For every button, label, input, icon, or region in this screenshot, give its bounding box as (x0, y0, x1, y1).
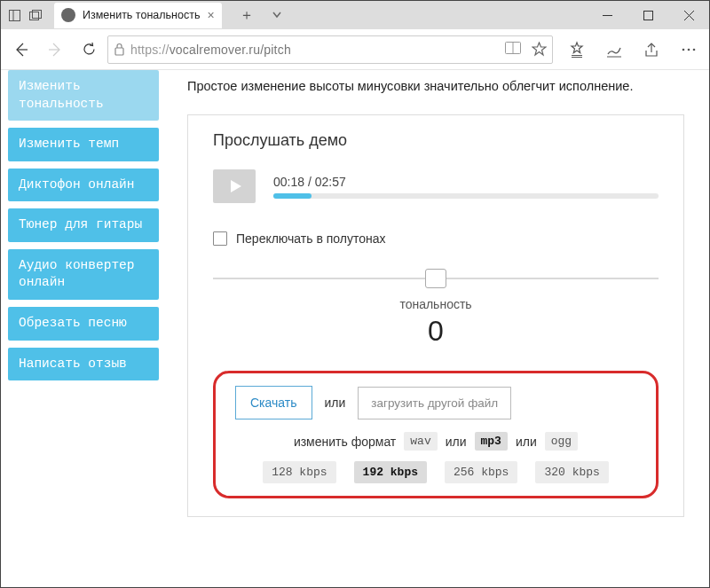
play-icon (231, 180, 241, 192)
svg-point-19 (682, 48, 685, 51)
format-mp3[interactable]: mp3 (475, 432, 508, 451)
format-prefix: изменить формат (294, 435, 396, 449)
sidebar-item-pitch[interactable]: Изменить тональность (8, 70, 159, 121)
sidebar-item-recorder[interactable]: Диктофон онлайн (8, 169, 159, 202)
format-ogg[interactable]: ogg (545, 432, 578, 451)
tabs-preview-icon[interactable] (29, 9, 42, 21)
sidebar-item-tempo[interactable]: Изменить темп (8, 128, 159, 161)
bitrate-row: 128 kbps 192 kbps 256 kbps 320 kbps (235, 461, 636, 483)
share-icon[interactable] (636, 35, 667, 65)
demo-panel: Прослушать демо 00:18 / 02:57 Переключат… (187, 114, 684, 517)
close-window-button[interactable] (668, 1, 709, 29)
svg-rect-5 (643, 11, 652, 20)
close-tab-icon[interactable]: × (207, 8, 214, 22)
tonality-caption: тональность (213, 297, 659, 311)
slider-thumb[interactable] (425, 269, 446, 288)
svg-point-20 (688, 48, 690, 51)
svg-rect-3 (33, 11, 42, 19)
player-time: 00:18 / 02:57 (273, 175, 659, 189)
browser-tab[interactable]: Изменить тональность × (54, 3, 222, 28)
tab-title: Изменить тональность (83, 9, 200, 21)
semitone-checkbox[interactable] (213, 231, 227, 246)
svg-rect-10 (115, 48, 123, 55)
format-wav[interactable]: wav (404, 432, 437, 451)
download-button[interactable]: Скачать (235, 386, 312, 419)
favorites-list-icon[interactable] (562, 35, 592, 65)
svg-point-21 (693, 48, 696, 51)
progress-fill (273, 193, 312, 199)
upload-another-button[interactable]: загрузить другой файл (358, 387, 511, 419)
tonality-value: 0 (213, 315, 659, 348)
favicon-icon (61, 8, 75, 22)
svg-rect-0 (9, 10, 20, 20)
tabs-aside-icon[interactable] (8, 9, 20, 21)
or-text-2: или (446, 435, 467, 449)
sidebar-item-tuner[interactable]: Тюнер для гитары (8, 208, 159, 242)
rate-128[interactable]: 128 kbps (263, 461, 335, 483)
lock-icon (114, 43, 125, 56)
url-text: https://vocalremover.ru/pitch (130, 43, 505, 57)
semitone-label: Переключать в полутонах (236, 231, 386, 246)
svg-marker-13 (532, 43, 546, 55)
rate-256[interactable]: 256 kbps (445, 461, 517, 483)
maximize-button[interactable] (627, 1, 668, 29)
demo-title: Прослушать демо (213, 131, 659, 150)
sidebar-item-converter[interactable]: Аудио конвертер онлайн (8, 249, 159, 300)
page-subtitle: Простое изменение высоты минусовки значи… (187, 79, 684, 93)
sidebar-item-cutter[interactable]: Обрезать песню (8, 307, 159, 341)
svg-rect-2 (30, 12, 39, 20)
svg-marker-14 (572, 43, 582, 53)
forward-button[interactable] (40, 35, 70, 65)
rate-192[interactable]: 192 kbps (354, 461, 427, 483)
sidebar-item-feedback[interactable]: Написать отзыв (8, 348, 159, 381)
progress-bar[interactable] (273, 193, 659, 199)
new-tab-button[interactable]: ＋ (240, 6, 254, 25)
tab-chevron-icon[interactable] (272, 10, 282, 20)
play-button[interactable] (213, 169, 256, 203)
main-content: Простое изменение высоты минусовки значи… (170, 70, 709, 517)
address-bar[interactable]: https://vocalremover.ru/pitch (107, 35, 553, 64)
reading-view-icon[interactable] (505, 42, 521, 57)
more-icon[interactable] (674, 35, 704, 65)
browser-toolbar: https://vocalremover.ru/pitch (1, 29, 709, 70)
sidebar: Изменить тональность Изменить темп Дикто… (1, 70, 170, 517)
or-text-3: или (516, 435, 537, 449)
download-section: Скачать или загрузить другой файл измени… (213, 371, 659, 498)
minimize-button[interactable] (587, 1, 627, 29)
back-button[interactable] (6, 35, 36, 65)
window-titlebar: Изменить тональность × ＋ (1, 1, 709, 29)
or-text-1: или (325, 396, 346, 410)
favorite-icon[interactable] (532, 42, 547, 57)
notes-icon[interactable] (599, 35, 629, 65)
rate-320[interactable]: 320 kbps (535, 461, 608, 483)
format-row: изменить формат wav или mp3 или ogg (235, 432, 636, 451)
pitch-slider[interactable] (213, 278, 659, 279)
refresh-button[interactable] (74, 35, 104, 65)
